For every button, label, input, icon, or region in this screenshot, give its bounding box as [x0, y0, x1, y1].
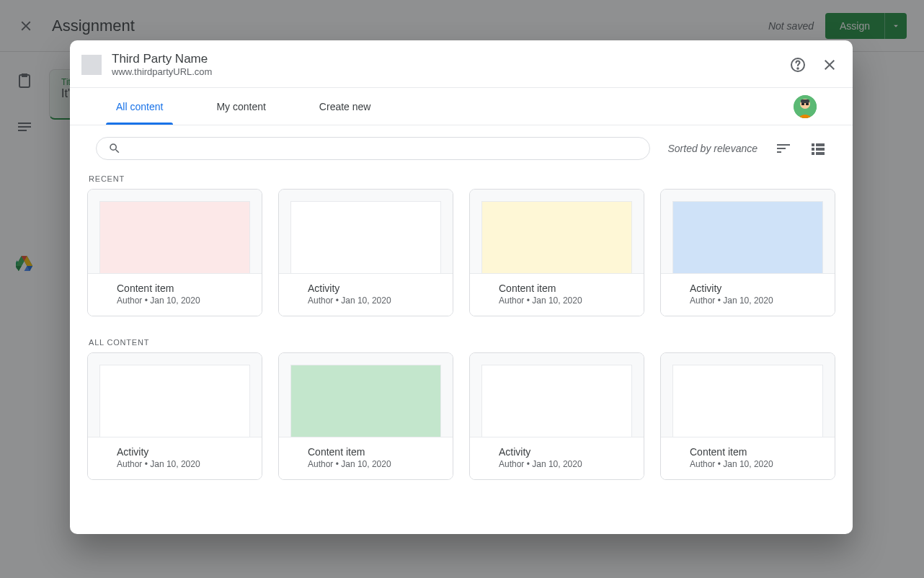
all-grid: ActivityAuthor • Jan 10, 2020Content ite… — [87, 352, 835, 480]
tabs: All content My content Create new — [70, 88, 853, 125]
search-input[interactable] — [128, 143, 638, 154]
card-meta: Author • Jan 10, 2020 — [308, 459, 424, 469]
card-thumbnail — [672, 201, 823, 273]
help-icon[interactable] — [789, 56, 807, 74]
tab-my-content[interactable]: My content — [206, 88, 275, 125]
content-card[interactable]: Content itemAuthor • Jan 10, 2020 — [469, 189, 644, 316]
card-thumbnail — [481, 365, 632, 437]
svg-rect-16 — [806, 103, 809, 105]
svg-point-11 — [797, 68, 799, 69]
card-title: Activity — [117, 446, 233, 458]
list-view-icon[interactable] — [809, 140, 827, 157]
third-party-logo — [81, 55, 102, 75]
section-recent-label: RECENT — [87, 174, 835, 183]
svg-rect-15 — [801, 103, 804, 105]
modal-title: Third Party Name — [112, 52, 789, 66]
content-area: RECENT Content itemAuthor • Jan 10, 2020… — [70, 160, 853, 516]
card-title: Activity — [499, 446, 615, 458]
card-thumbnail — [481, 201, 632, 273]
sort-label: Sorted by relevance — [667, 143, 758, 154]
card-thumbnail — [99, 201, 250, 273]
card-thumbnail — [290, 201, 441, 273]
card-meta: Author • Jan 10, 2020 — [117, 459, 233, 469]
content-card[interactable]: ActivityAuthor • Jan 10, 2020 — [660, 189, 835, 316]
card-meta: Author • Jan 10, 2020 — [499, 295, 615, 306]
close-modal-icon[interactable] — [821, 56, 838, 74]
card-title: Activity — [690, 283, 806, 294]
card-meta: Author • Jan 10, 2020 — [117, 295, 233, 306]
content-card[interactable]: ActivityAuthor • Jan 10, 2020 — [469, 352, 644, 480]
content-card[interactable]: Content itemAuthor • Jan 10, 2020 — [87, 189, 262, 316]
modal-header: Third Party Name www.thirdpartyURL.com — [70, 40, 853, 88]
card-title: Content item — [499, 283, 615, 294]
card-meta: Author • Jan 10, 2020 — [308, 295, 424, 306]
svg-rect-14 — [801, 99, 809, 103]
section-all-label: ALL CONTENT — [87, 338, 835, 347]
content-card[interactable]: ActivityAuthor • Jan 10, 2020 — [87, 352, 262, 480]
avatar[interactable] — [794, 95, 817, 118]
content-card[interactable]: Content itemAuthor • Jan 10, 2020 — [660, 352, 835, 480]
toolbar: Sorted by relevance — [70, 125, 853, 160]
search-box[interactable] — [96, 137, 650, 160]
sort-icon[interactable] — [775, 140, 792, 157]
tab-create-new[interactable]: Create new — [309, 88, 381, 125]
search-icon — [108, 142, 121, 155]
modal-subtitle: www.thirdpartyURL.com — [112, 66, 789, 77]
content-card[interactable]: Content itemAuthor • Jan 10, 2020 — [278, 352, 453, 480]
card-title: Content item — [117, 283, 233, 294]
recent-grid: Content itemAuthor • Jan 10, 2020Activit… — [87, 189, 835, 316]
card-title: Content item — [690, 446, 806, 458]
card-title: Content item — [308, 446, 424, 458]
card-thumbnail — [672, 365, 823, 437]
content-card[interactable]: ActivityAuthor • Jan 10, 2020 — [278, 189, 453, 316]
card-meta: Author • Jan 10, 2020 — [690, 295, 806, 306]
content-picker-modal: Third Party Name www.thirdpartyURL.com A… — [70, 40, 853, 534]
card-title: Activity — [308, 283, 424, 294]
card-meta: Author • Jan 10, 2020 — [499, 459, 615, 469]
card-meta: Author • Jan 10, 2020 — [690, 459, 806, 469]
tab-all-content[interactable]: All content — [106, 88, 173, 125]
card-thumbnail — [290, 365, 441, 437]
card-thumbnail — [99, 365, 250, 437]
